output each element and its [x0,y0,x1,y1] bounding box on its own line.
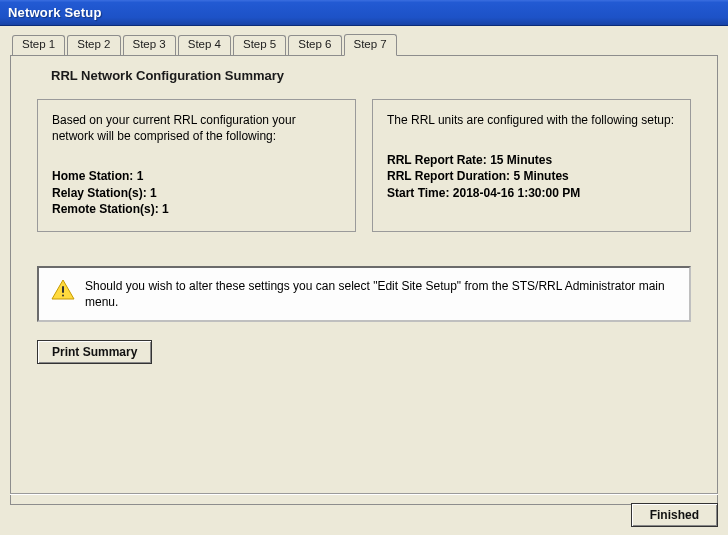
tab-step-5[interactable]: Step 5 [233,35,286,57]
summary-panels: Based on your current RRL configuration … [11,83,717,232]
button-label: Print Summary [52,345,137,359]
remote-station-label: Remote Station(s): [52,202,159,216]
start-time-value: 2018-04-16 1:30:00 PM [453,186,580,200]
window-titlebar: Network Setup [0,0,728,26]
wizard-footer: Finished [10,493,718,527]
remote-station-value: 1 [162,202,169,216]
print-summary-button[interactable]: Print Summary [37,340,152,364]
warning-icon [51,279,75,301]
tab-label: Step 7 [354,38,387,50]
tab-panel: RRL Network Configuration Summary Based … [10,55,718,505]
network-composition-intro: Based on your current RRL configuration … [52,112,341,144]
rrl-setup-lines: RRL Report Rate: 15 Minutes RRL Report D… [387,152,676,201]
rrl-setup-intro: The RRL units are configured with the fo… [387,112,676,128]
report-rate-label: RRL Report Rate: [387,153,487,167]
finished-button[interactable]: Finished [631,503,718,527]
tab-label: Step 5 [243,38,276,50]
home-station-label: Home Station: [52,169,133,183]
tab-label: Step 6 [298,38,331,50]
svg-rect-0 [62,286,64,293]
tab-step-3[interactable]: Step 3 [123,35,176,57]
rrl-setup-panel: The RRL units are configured with the fo… [372,99,691,232]
tab-step-4[interactable]: Step 4 [178,35,231,57]
info-banner: Should you wish to alter these settings … [37,266,691,322]
page-heading: RRL Network Configuration Summary [11,56,717,83]
home-station-value: 1 [137,169,144,183]
relay-station-label: Relay Station(s): [52,186,147,200]
footer-separator [10,493,718,495]
wizard-tabs: Step 1 Step 2 Step 3 Step 4 Step 5 Step … [10,34,718,56]
tab-step-2[interactable]: Step 2 [67,35,120,57]
window-title: Network Setup [8,5,102,20]
tab-step-6[interactable]: Step 6 [288,35,341,57]
start-time-label: Start Time: [387,186,449,200]
info-text: Should you wish to alter these settings … [85,278,675,310]
report-rate-value: 15 Minutes [490,153,552,167]
network-composition-lines: Home Station: 1 Relay Station(s): 1 Remo… [52,168,341,217]
button-label: Finished [650,508,699,522]
tab-step-7[interactable]: Step 7 [344,34,397,56]
tab-label: Step 4 [188,38,221,50]
relay-station-value: 1 [150,186,157,200]
report-duration-label: RRL Report Duration: [387,169,510,183]
network-composition-panel: Based on your current RRL configuration … [37,99,356,232]
tab-label: Step 3 [133,38,166,50]
tab-label: Step 2 [77,38,110,50]
client-area: Step 1 Step 2 Step 3 Step 4 Step 5 Step … [0,26,728,535]
tab-step-1[interactable]: Step 1 [12,35,65,57]
tab-label: Step 1 [22,38,55,50]
report-duration-value: 5 Minutes [513,169,568,183]
svg-rect-1 [62,294,64,296]
